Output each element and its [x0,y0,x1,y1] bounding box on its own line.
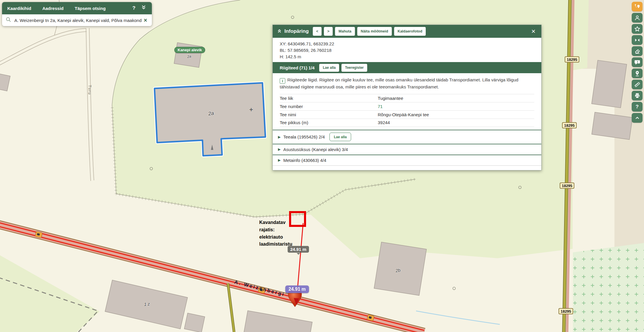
path-name-label: Turu [87,85,92,95]
feature-title: Riigiteed (71) 1/4 [280,65,315,70]
eraser-icon[interactable] [632,46,643,56]
coordinate-h: H: 142.5 m [280,54,534,60]
double-chevron-up-icon[interactable] [277,28,282,35]
church-cross-icon: + [249,106,253,114]
oblique-photos-button[interactable]: Kaldaerofotod [394,27,426,36]
user-icon[interactable] [632,13,643,23]
road-number-badge: 18295 [562,122,577,129]
building-label-2a-small: 2a [187,54,191,59]
section-metainfo[interactable]: ▶ Metainfo (430663) 4/4 [273,155,541,165]
coordinate-xy: XY: 6430496.71, 663239.22 [280,41,534,47]
route-icon[interactable] [632,2,643,11]
help-label: ? [636,104,638,110]
search-panel: Kaardikihid Aadressid Täpsem otsing ? × [2,2,152,26]
search-bar: × [2,14,152,26]
menu-item-aadressid[interactable]: Aadressid [42,6,64,11]
attr-label: Tee pikkus (m) [280,120,378,125]
road-number-badge: 18295 [565,57,579,63]
menu-item-kaardikihid[interactable]: Kaardikihid [7,6,31,11]
menu-bar: Kaardikihid Aadressid Täpsem otsing ? [2,2,152,14]
road-register-button[interactable]: Teeregister [341,64,367,72]
download-button[interactable]: Lae alla [329,133,351,141]
road-number-link[interactable]: 71 [378,104,534,109]
table-row: Tee liik Tugimaantee [280,94,534,102]
attr-value: Tugimaantee [378,96,534,101]
help-icon[interactable]: ? [632,102,643,112]
expand-arrow-icon: ▶ [278,135,281,139]
expand-arrow-icon: ▶ [278,158,281,162]
show-measures-button[interactable]: Näita mõõtmeid [357,27,392,36]
printer-icon[interactable] [632,91,643,100]
attr-label: Tee number [280,104,378,109]
next-feature-button[interactable]: > [324,27,333,36]
measure-label-bottom: 24.91 m [285,285,309,293]
measure-label-top: 24.91 m [288,246,309,253]
table-row: Tee nimi Rõngu-Otepää-Kanepi tee [280,110,534,119]
panel-footer [273,165,541,170]
section-asustusuksus[interactable]: ▶ Asustusüksus (Kanepi alevik) 3/4 [273,144,541,155]
expand-arrow-icon: ▶ [278,147,281,151]
planned-site-annotation: Kavandatav rajatis: elektriauto laadimis… [259,219,306,248]
download-button[interactable]: Lae alla [319,64,339,72]
help-icon[interactable]: ? [133,5,135,11]
coordinate-bl: BL: 57.985659, 26.760218 [280,47,534,54]
attr-value: 39244 [378,120,534,125]
section-label: Teeala (1955426) 2/4 [283,134,325,139]
table-row: Tee number 71 [280,102,534,110]
orchard-pattern [573,243,644,332]
close-icon[interactable]: × [530,28,537,35]
section-label: Asustusüksus (Kanepi alevik) 3/4 [283,147,348,152]
section-teeala[interactable]: ▶ Teeala (1955426) 2/4 Lae alla [273,130,541,144]
feature-description: iRiigiteede liigid. Riigitee on riigile … [273,73,541,93]
attr-value: Rõngu-Otepää-Kanepi tee [378,112,534,117]
search-icon [6,17,11,24]
application-window: A. Weizenbergi Turu Kanepi alevik 2a 2a … [0,0,644,332]
location-icon[interactable] [632,69,643,78]
fit-button[interactable]: Mahuta [335,27,355,36]
prev-feature-button[interactable]: < [313,27,322,36]
settlement-label: Kanepi alevik [174,47,205,53]
info-icon: i [280,78,285,84]
building-label-1z: 1 z [144,301,150,307]
info-panel-header: Infopäring < > Mahuta Näita mõõtmeid Kal… [273,25,541,38]
double-chevron-down-icon[interactable] [141,5,147,12]
map-toolbar: ? [632,2,643,124]
clear-search-icon[interactable]: × [142,17,148,24]
star-icon[interactable] [632,24,643,34]
attr-label: Tee liik [280,96,378,101]
road-number-badge: 18295 [560,183,574,189]
feedback-icon[interactable] [632,57,643,67]
attr-label: Tee nimi [280,112,378,117]
collapse-toolbar-icon[interactable] [632,113,643,123]
menu-item-tapsem-otsing[interactable]: Täpsem otsing [75,6,106,11]
search-input[interactable] [14,18,142,23]
building-label-2b: 2b [395,268,401,273]
feature-header: Riigiteed (71) 1/4 Lae alla Teeregister [273,62,541,73]
section-label: Metainfo (430663) 4/4 [283,158,326,163]
building-label-2a: 2a [208,110,214,117]
compare-icon[interactable] [632,35,643,45]
coordinates-block: XY: 6430496.71, 663239.22 BL: 57.985659,… [273,38,541,62]
ruler-icon[interactable] [632,80,643,89]
description-text: Riigiteede liigid. Riigitee on riigile k… [280,77,518,89]
info-panel-title: Infopäring [284,28,309,34]
road-number-badge: 18295 [559,308,573,314]
table-row: Tee pikkus (m) 39244 [280,119,534,127]
attribute-table: Tee liik Tugimaantee Tee number 71 Tee n… [280,94,534,127]
info-panel: Infopäring < > Mahuta Näita mõõtmeid Kal… [272,25,542,170]
